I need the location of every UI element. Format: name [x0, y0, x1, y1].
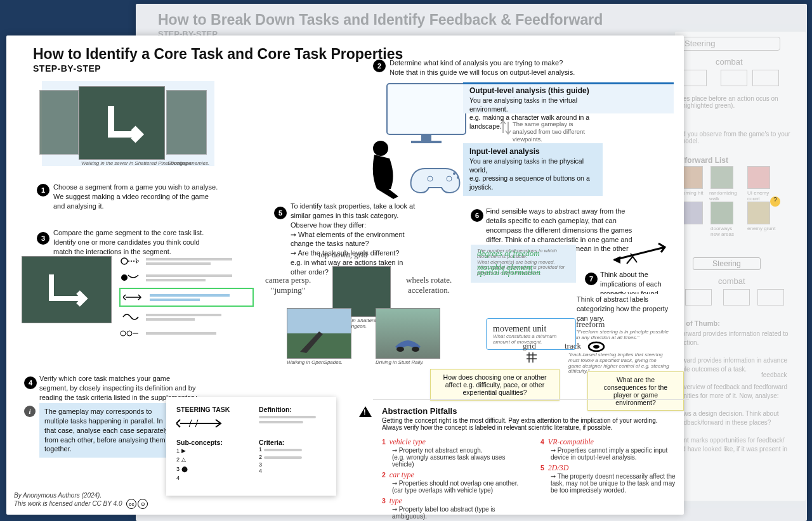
walk-arrow-icon-2	[22, 257, 111, 323]
svg-point-8	[121, 258, 128, 264]
task-list	[119, 255, 254, 340]
callout-difficulty: How does choosing one or another affect …	[430, 369, 560, 401]
box-f	[757, 289, 784, 306]
pitfall-5: 52D/3D➞ The property doesnt necessarily …	[540, 463, 680, 494]
walk-arrow-icon	[79, 87, 164, 159]
thumb-title: s of Thumb:	[680, 319, 720, 327]
two-way-arrow-icon	[500, 118, 511, 137]
pitfall-4: 4VR-compatible➞ Properties cannot imply …	[540, 437, 680, 461]
pitfall-3: 3type➞ Property label too abstract (type…	[382, 496, 521, 520]
step-3-text: Compare the game segment to the core tas…	[53, 228, 206, 257]
ffwd-list-title: dforward List	[680, 156, 728, 165]
svg-point-9	[121, 274, 128, 281]
step-5-badge: 5	[274, 207, 287, 219]
thumb-driving	[376, 308, 440, 359]
svg-rect-2	[411, 141, 442, 143]
by-icon: ⊙	[138, 499, 148, 509]
step-7-badge: 7	[585, 273, 598, 285]
definition-label: Definition:	[259, 406, 322, 413]
properties-card: degrees of freedom The number of dimensi…	[471, 245, 576, 283]
svg-rect-0	[387, 84, 466, 134]
same-gameplay-note: The same gameplay is analysed from two d…	[513, 120, 595, 143]
canvas: How to Break Down Tasks and Identify Fee…	[0, 0, 812, 521]
tag-steering-back: Steering	[680, 37, 780, 51]
feedback-label: feedback	[761, 371, 787, 378]
grid-icon	[525, 351, 538, 364]
attr-line-1: By Anonymous Authors (2024).	[14, 492, 102, 499]
pitfall-2: 2car type➞ Properties should not overlap…	[382, 470, 521, 494]
prop-dof: degrees of freedom	[477, 248, 540, 259]
step-2-badge: 2	[373, 60, 386, 72]
step-6-badge: 6	[471, 209, 483, 222]
warning-icon	[359, 406, 372, 417]
thumb-fps	[287, 308, 351, 359]
criteria-label: Criteria:	[259, 439, 322, 446]
step-1-badge: 1	[37, 184, 49, 196]
step-5-text: To identify task properties, take a look…	[291, 202, 417, 277]
box-c	[752, 70, 779, 86]
pitfalls-intro: Getting the concept right is the most di…	[382, 417, 680, 431]
svg-point-10	[121, 331, 126, 336]
label-track: track	[565, 341, 581, 351]
step-4-badge: 4	[24, 376, 37, 389]
ff-label-1: coming hit	[680, 190, 707, 196]
attribution: By Anonymous Authors (2024). This work i…	[14, 492, 148, 509]
info-icon: i	[24, 406, 36, 417]
pitfalls-title: Abstraction Pitfalls	[382, 406, 680, 416]
page-title: How to Identify a Core Task and Core Tas…	[33, 46, 403, 63]
step-1-text: Choose a segment from a game you wish to…	[53, 183, 218, 211]
label-freeform-sub: "Freeform steering is in principle possi…	[576, 330, 671, 341]
box-e	[723, 289, 750, 306]
svg-point-6	[453, 172, 455, 175]
svg-point-11	[127, 331, 132, 336]
game-segment-thumb	[22, 256, 112, 323]
game-screenshot-main	[79, 86, 165, 160]
ff-label-4: doorways new areas	[710, 226, 743, 237]
movement-unit-label: movement unit	[493, 324, 546, 333]
dof-icon	[608, 235, 671, 270]
svg-point-13	[412, 347, 419, 352]
tag-steering-2: Steering	[693, 257, 761, 270]
caption-2: Shooting enemies.	[167, 160, 209, 166]
back-title: How to Break Down Tasks and Identify Fee…	[158, 11, 603, 29]
cc-icon: cc	[126, 499, 136, 509]
annot-wheels: wheels rotate. acceleration.	[406, 275, 452, 295]
illustration-person	[362, 80, 469, 200]
annot-topdown: top-down, grid	[318, 250, 367, 260]
svg-point-15	[593, 345, 599, 349]
game-screenshot-left	[39, 90, 79, 155]
steering-task-card: STEERING TASK Definition: Sub-concepts: …	[166, 397, 336, 496]
note-1: kes place before an action ocus on (high…	[680, 95, 794, 109]
step-3-badge: 3	[37, 232, 49, 245]
ff-thumb-6	[747, 202, 770, 224]
ff-thumb-3	[747, 166, 770, 189]
label-grid: grid	[523, 341, 536, 351]
steering-icon	[176, 416, 227, 431]
svg-point-12	[396, 347, 404, 352]
abstraction-pitfalls: Abstraction Pitfalls Getting the concept…	[373, 399, 689, 521]
annot-camera: camera persp. "jumping"	[265, 275, 311, 295]
front-sheet: How to Identify a Core Task and Core Tas…	[6, 35, 684, 515]
input-title: Input-level analysis	[469, 147, 596, 156]
box-d	[685, 289, 712, 306]
svg-point-7	[457, 176, 459, 179]
box-a	[680, 70, 707, 86]
page-subtitle: STEP-BY-STEP	[33, 63, 101, 74]
info-box: The gameplay may corresponds to multiple…	[39, 403, 175, 458]
cc-icons: cc⊙	[126, 499, 148, 509]
output-title: Output-level analysis (this guide)	[469, 86, 596, 95]
box-b	[721, 70, 747, 86]
step-2-text: Determine what kind of analysis you are …	[390, 58, 593, 77]
svg-rect-1	[421, 134, 431, 141]
subconcepts-label: Sub-concepts:	[176, 439, 246, 446]
label-freeform: freeform	[576, 319, 605, 330]
note-2: rd you observe from the game's to your m…	[680, 131, 794, 145]
input-body: You are analysing tasks in the physical …	[469, 157, 596, 192]
pitfall-1: 1vehicle type➞ Property not abstract eno…	[382, 437, 521, 468]
ff-thumb-2	[710, 166, 733, 189]
svg-point-3	[373, 141, 388, 156]
tag-combat-2: combat	[718, 276, 745, 286]
prop-spatial: spatial information	[477, 267, 540, 278]
caption-5: Driving in Stunt Rally.	[376, 359, 424, 365]
warning-dot: ?	[770, 196, 780, 207]
